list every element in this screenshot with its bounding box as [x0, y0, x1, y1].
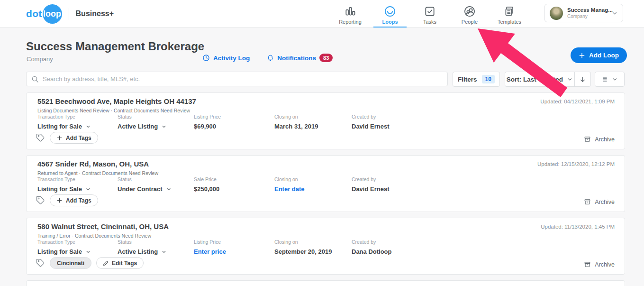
sort-control: Sort: Last updated	[505, 72, 591, 87]
sort-dropdown[interactable]: Sort: Last updated	[505, 72, 575, 86]
account-switcher[interactable]: Success Manag... Company	[544, 4, 623, 22]
chevron-down-icon	[161, 124, 167, 129]
logo-divider	[69, 8, 69, 20]
archive-button[interactable]: Archive	[584, 198, 615, 205]
archive-button[interactable]: Archive	[584, 261, 615, 268]
field-value[interactable]: Listing for Sale	[37, 248, 91, 255]
nav-label: Tasks	[423, 19, 436, 25]
plus-icon	[56, 197, 63, 203]
dotloop-logo[interactable]: dot loop Business+	[26, 0, 114, 28]
tag-row: Add Tags	[36, 132, 98, 144]
loop-status-line: Returned to Agent · Contract Documents N…	[37, 170, 158, 176]
account-avatar	[550, 7, 563, 20]
filters-button[interactable]: Filters 10	[453, 72, 500, 87]
archive-button[interactable]: Archive	[584, 136, 615, 143]
plus-icon	[56, 135, 63, 141]
loop-field: Created by David Ernest	[352, 114, 389, 130]
nav-item-templates[interactable]: Templates	[490, 0, 529, 28]
chevron-down-icon	[85, 249, 91, 255]
field-value[interactable]: Active Listing	[118, 248, 167, 255]
archive-label: Archive	[595, 261, 615, 268]
nav-label: Templates	[498, 19, 521, 25]
field-label: Listing Price	[194, 114, 221, 120]
loop-updated: Updated: 12/15/2020, 12:12 PM	[537, 161, 615, 167]
archive-label: Archive	[595, 199, 615, 205]
nav-item-reporting[interactable]: Reporting	[330, 0, 370, 28]
loop-title[interactable]: 5521 Beechwood Ave, Maple Heights OH 441…	[37, 97, 196, 105]
sort-label: Sort: Last updated	[507, 76, 563, 83]
field-value[interactable]: Enter price	[194, 248, 226, 255]
field-label: Transaction Type	[37, 114, 91, 120]
loop-card: 580 Walnut Street, Cincinnati, OH, USAUp…	[26, 218, 625, 275]
field-label: Created by	[352, 239, 392, 245]
tag-row: Add Tags	[36, 194, 98, 206]
tag-icon	[36, 258, 45, 268]
search-icon	[31, 75, 39, 83]
loop-card: 4567 Snider Rd, Mason, OH, USAUpdated: 1…	[26, 155, 625, 212]
notifications-link[interactable]: Notifications 83	[267, 54, 333, 62]
field-label: Closing on	[274, 114, 318, 120]
activity-log-link[interactable]: Activity Log	[202, 54, 250, 62]
search-bar	[26, 72, 448, 86]
nav-item-loops[interactable]: Loops	[370, 0, 410, 28]
chevron-down-icon	[85, 124, 91, 129]
templates-icon	[503, 5, 516, 18]
plan-label: Business+	[76, 9, 114, 18]
notifications-label: Notifications	[277, 55, 316, 62]
chevron-down-icon	[85, 186, 91, 192]
add-tags-button[interactable]: Add Tags	[50, 194, 98, 206]
search-input[interactable]	[43, 75, 443, 83]
loop-field: Status Active Listing	[118, 239, 167, 255]
task-check-icon	[424, 5, 436, 18]
field-value: Dana Dotloop	[352, 248, 392, 255]
archive-icon	[584, 136, 591, 143]
loop-field: Sale Price $250,000	[194, 176, 219, 193]
chevron-down-icon	[166, 186, 172, 192]
nav-label: Loops	[382, 19, 398, 25]
field-value[interactable]: Under Contract	[118, 185, 172, 193]
edit-tags-button[interactable]: Edit Tags	[96, 257, 144, 269]
field-value: $250,000	[194, 185, 219, 193]
loop-field: Status Active Listing	[118, 114, 167, 130]
loop-field: Transaction Type Listing for Sale	[37, 176, 91, 193]
sort-direction-button[interactable]	[575, 72, 590, 86]
field-label: Status	[118, 114, 167, 120]
chevron-down-icon	[611, 10, 618, 17]
pencil-icon	[103, 260, 109, 266]
loop-updated: Updated: 04/12/2021, 1:09 PM	[540, 99, 615, 104]
add-tags-button[interactable]: Add Tags	[50, 132, 98, 144]
tag-icon	[36, 196, 45, 205]
page-subtitle: Company	[27, 55, 53, 63]
field-label: Closing on	[274, 239, 332, 245]
loop-title[interactable]: 580 Walnut Street, Cincinnati, OH, USA	[37, 222, 169, 231]
arrow-down-icon	[579, 76, 586, 83]
field-value: David Ernest	[352, 185, 389, 193]
nav-item-people[interactable]: People	[450, 0, 490, 28]
field-value[interactable]: Listing for Sale	[37, 123, 91, 130]
field-label: Listing Price	[194, 239, 226, 245]
loop-title[interactable]: 4567 Snider Rd, Mason, OH, USA	[37, 160, 149, 168]
field-value[interactable]: Active Listing	[118, 123, 167, 130]
archive-label: Archive	[595, 136, 615, 143]
archive-icon	[584, 261, 591, 268]
chevron-down-icon	[161, 249, 167, 255]
add-loop-button[interactable]: Add Loop	[571, 47, 627, 63]
main-nav: ReportingLoopsTasksPeopleTemplates	[330, 0, 529, 28]
field-value[interactable]: Enter date	[274, 185, 305, 193]
view-toggle-button[interactable]	[595, 72, 625, 87]
tag-chip[interactable]: Cincinnati	[50, 257, 91, 269]
header-links: Activity Log Notifications 83	[202, 54, 333, 62]
loop-field: Closing on September 20, 2019	[274, 239, 332, 255]
loop-field: Transaction Type Listing for Sale	[37, 239, 91, 255]
account-name: Success Manag...	[567, 7, 607, 13]
chevron-down-icon	[612, 76, 618, 83]
nav-item-tasks[interactable]: Tasks	[410, 0, 450, 28]
loop-list: 5521 Beechwood Ave, Maple Heights OH 441…	[26, 92, 625, 286]
field-value[interactable]: Listing for Sale	[37, 185, 91, 193]
field-label: Status	[118, 239, 167, 245]
plus-icon	[579, 52, 585, 59]
logo-dot-text: dot	[26, 8, 42, 19]
loop-card: 5521 Beechwood Ave, Maple Heights OH 441…	[26, 92, 625, 149]
loop-smile-icon	[384, 5, 396, 18]
field-label: Transaction Type	[37, 176, 91, 182]
